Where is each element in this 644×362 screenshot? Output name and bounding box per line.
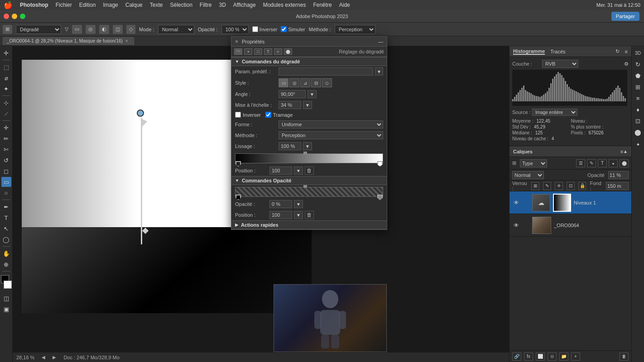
lock-artboard-btn[interactable]: ⊡ xyxy=(567,182,575,190)
fond-input[interactable] xyxy=(606,182,629,190)
new-group-btn[interactable]: 📁 xyxy=(559,352,568,361)
app-name-menu[interactable]: Photoshop xyxy=(20,2,48,8)
layer-filter-icon-4[interactable]: ⬥ xyxy=(609,159,618,167)
scroll-right-btn[interactable]: ▶ xyxy=(53,355,56,360)
pen-tool-button[interactable]: ✒ xyxy=(1,202,11,212)
simuler-checkbox-label[interactable]: Simuler xyxy=(281,26,305,32)
crop-tool-button[interactable]: ⊹ xyxy=(1,98,11,108)
properties-close-btn[interactable]: × xyxy=(235,38,238,45)
props-icon-circle[interactable]: ⬤ xyxy=(284,48,292,55)
right-icon-7[interactable]: ⬤ xyxy=(633,127,643,137)
layer-filter-icon-3[interactable]: T xyxy=(598,159,607,167)
add-mask-btn[interactable]: ⬜ xyxy=(536,352,545,361)
layer-visibility-oro0064[interactable]: 👁 xyxy=(512,221,520,229)
props-icon-type[interactable]: T xyxy=(264,48,272,55)
forme-select[interactable]: Uniforme xyxy=(279,120,383,129)
gradient-midpoint-top[interactable] xyxy=(303,152,307,154)
history-tool-button[interactable]: ↺ xyxy=(1,155,11,165)
screen-mode-button[interactable]: ▣ xyxy=(1,304,11,314)
props-icon-adjustment[interactable]: ⊹ xyxy=(274,48,282,55)
right-icon-5[interactable]: ♦ xyxy=(633,105,643,114)
gradient-reflected-btn[interactable]: ◫ xyxy=(113,25,123,34)
quick-mask-button[interactable]: ◫ xyxy=(1,293,11,303)
clone-tool-button[interactable]: ✄ xyxy=(1,144,11,154)
gradient-color-bar[interactable] xyxy=(235,153,383,163)
tramage-label[interactable]: Tramage xyxy=(265,112,293,118)
move-tool-button[interactable]: ✛ xyxy=(1,48,11,58)
minimize-window-button[interactable] xyxy=(12,14,17,19)
opacity-midpoint-top[interactable] xyxy=(303,185,307,188)
new-adjustment-btn[interactable]: ⊙ xyxy=(548,352,557,361)
close-window-button[interactable] xyxy=(4,14,9,19)
style-radial-btn[interactable]: ◎ xyxy=(289,78,299,87)
add-style-btn[interactable]: fx xyxy=(524,352,533,361)
properties-panel-menu-btn[interactable]: — xyxy=(378,39,383,44)
commandes-degrade-header[interactable]: ▼ Commandes du dégradé xyxy=(231,57,387,66)
menu-texte[interactable]: Texte xyxy=(150,2,163,8)
menu-image[interactable]: Image xyxy=(103,2,118,8)
calques-title[interactable]: Calques xyxy=(513,149,533,154)
document-tab[interactable]: _ORO0064-1 @ 28,2% (Niveaux 1, Masque de… xyxy=(3,37,134,45)
lock-all-btn[interactable]: 🔒 xyxy=(578,182,586,190)
style-reflected-btn[interactable]: ⊟ xyxy=(311,78,321,87)
background-color-swatch[interactable] xyxy=(4,281,12,289)
param-predef-preview[interactable] xyxy=(279,67,373,76)
lasso-tool-button[interactable]: ⌀ xyxy=(1,73,11,83)
tab-close-button[interactable]: × xyxy=(125,38,128,43)
3d-icon-btn[interactable]: 3D xyxy=(633,48,643,58)
right-icon-4[interactable]: ≡ xyxy=(633,93,643,103)
scroll-left-btn[interactable]: ◀ xyxy=(42,355,45,360)
histogram-menu-btn[interactable]: ≡ xyxy=(625,49,628,54)
echelle-input[interactable] xyxy=(279,101,301,109)
type-tool-button[interactable]: T xyxy=(1,213,11,223)
inverser-checkbox-label[interactable]: Inverser xyxy=(252,26,278,32)
delete-stop-btn[interactable]: 🗑 xyxy=(305,167,314,175)
eraser-tool-button[interactable]: ◻ xyxy=(1,166,11,176)
layer-filter-icon-2[interactable]: ✎ xyxy=(587,159,596,167)
delete-layer-btn[interactable]: 🗑 xyxy=(620,352,629,361)
new-layer-btn[interactable]: + xyxy=(571,352,580,361)
gradient-start-handle[interactable] xyxy=(137,110,144,117)
gradient-linear-btn[interactable]: ▭ xyxy=(72,25,82,34)
brush-preset-select[interactable]: Dégradé xyxy=(16,25,61,34)
source-select[interactable]: Image entière xyxy=(532,109,577,116)
inverser-label[interactable]: Inverser xyxy=(235,112,261,118)
menu-edition[interactable]: Edition xyxy=(79,2,96,8)
lock-transparent-btn[interactable]: ⊞ xyxy=(531,182,539,190)
lissage-dropdown-btn[interactable]: ▼ xyxy=(303,142,312,150)
calques-collapse-btn[interactable]: ▲ xyxy=(623,149,628,154)
menu-calque[interactable]: Calque xyxy=(125,2,143,8)
heal-tool-button[interactable]: ✛ xyxy=(1,123,11,133)
param-predef-dropdown-btn[interactable]: ▼ xyxy=(375,67,383,76)
right-icon-8[interactable]: ⬥ xyxy=(633,138,643,148)
shape-tool-button[interactable]: ◯ xyxy=(1,234,11,244)
gradient-radial-btn[interactable]: ◎ xyxy=(86,25,96,34)
right-icon-6[interactable]: ⊡ xyxy=(633,116,643,126)
methode-select-props[interactable]: Perception xyxy=(279,131,383,139)
methode-select[interactable]: Perception xyxy=(335,25,375,34)
position-color-dropdown[interactable]: ▼ xyxy=(294,167,303,175)
style-diamond-btn[interactable]: ◇ xyxy=(322,78,332,87)
inverser-checkbox-props[interactable] xyxy=(235,112,241,118)
window-controls[interactable] xyxy=(4,14,25,19)
layer-item-niveaux1[interactable]: 👁 ☁ Niveaux 1 xyxy=(509,191,631,214)
props-icon-gradient-wave[interactable]: 〰 xyxy=(234,48,242,55)
right-icon-2[interactable]: ⬟ xyxy=(633,71,643,81)
layer-item-oro0064[interactable]: 👁 _ORO0064 xyxy=(509,214,631,237)
brush-tool-button[interactable]: ✏ xyxy=(1,133,11,143)
eyedropper-tool-button[interactable]: ⟋ xyxy=(1,109,11,119)
lock-paint-btn[interactable]: ✎ xyxy=(543,182,551,190)
opacite-input[interactable] xyxy=(269,200,292,208)
select-rect-tool-button[interactable]: ⬚ xyxy=(1,62,11,72)
style-linear-btn[interactable]: ▭ xyxy=(279,78,288,87)
position-opacity-dropdown[interactable]: ▼ xyxy=(294,211,303,219)
gradient-tool-button[interactable]: ▭ xyxy=(1,177,11,187)
tool-preset-picker[interactable]: ⊞ xyxy=(3,25,12,34)
histogram-options-btn[interactable]: ⚙ xyxy=(624,61,629,67)
dodge-tool-button[interactable]: ○ xyxy=(1,188,11,198)
share-button[interactable]: Partager xyxy=(611,12,639,21)
menu-affichage[interactable]: Affichage xyxy=(233,2,256,8)
traces-tab[interactable]: Tracés xyxy=(550,49,565,54)
right-icon-1[interactable]: ↻ xyxy=(633,59,643,69)
lissage-input[interactable] xyxy=(279,142,301,150)
